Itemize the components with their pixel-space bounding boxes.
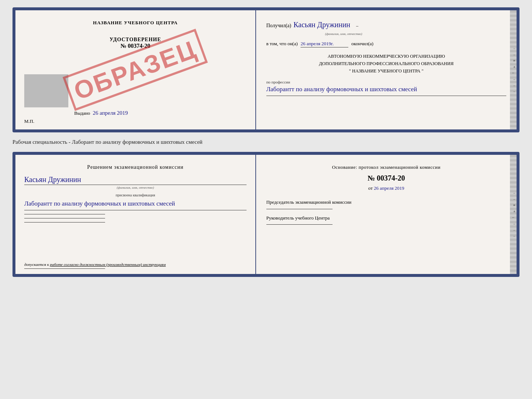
org-name-block: АВТОНОМНУЮ НЕКОММЕРЧЕСКУЮ ОРГАНИЗАЦИЮ ДО… [266, 53, 506, 75]
osnov-text: Основание: протокол экзаменационной коми… [266, 164, 506, 170]
bottom-name: Касьян Дружинин [24, 175, 81, 184]
chairman-label: Председатель экзаменационной комиссии [266, 199, 506, 206]
org-line3: " НАЗВАНИЕ УЧЕБНОГО ЦЕНТРА " [266, 67, 506, 75]
cert-label: УДОСТОВЕРЕНИЕ [24, 37, 247, 43]
issued-line: Выдано 26 апреля 2019 [74, 110, 128, 116]
side-marks-top: – – и а ← – – – [510, 10, 517, 129]
middle-specialty-label: Рабочая специальность - Лаборант по анал… [12, 139, 520, 145]
date-prefix: в том, что он(а) [266, 41, 298, 47]
profession-text: Лаборантт по анализу формовочных и шихто… [266, 84, 506, 96]
top-right-panel: Получил(а) Касьян Дружинин – (фамилия, и… [256, 10, 517, 129]
protocol-number: № 00374-20 [266, 174, 506, 182]
cert-number: № 00374-20 [24, 43, 247, 49]
top-certificate-card: НАЗВАНИЕ УЧЕБНОГО ЦЕНТРА УДОСТОВЕРЕНИЕ №… [12, 7, 520, 132]
protocol-date: от 26 апреля 2019 [266, 185, 506, 191]
recipient-name: Касьян Дружинин [294, 21, 351, 29]
fio-label-top: (фамилия, имя, отчество) [325, 32, 506, 36]
side-marks-bottom: – – и а ← – – – [510, 155, 517, 274]
allow-sign-line [24, 268, 105, 269]
director-sign-line [266, 224, 332, 225]
allow-block: допускается к работе согласно должностны… [24, 262, 242, 267]
sign-line-3 [24, 222, 105, 222]
cert-school-title: НАЗВАНИЕ УЧЕБНОГО ЦЕНТРА [24, 20, 247, 26]
sign-lines-block [24, 214, 247, 222]
issued-label: Выдано [74, 110, 90, 116]
protocol-date-val: 26 апреля 2019 [374, 185, 405, 191]
sign-line-2 [24, 218, 105, 218]
profession-label: по профессии [266, 80, 506, 84]
allow-prefix: допускается к [24, 262, 49, 267]
org-line1: АВТОНОМНУЮ НЕКОММЕРЧЕСКУЮ ОРГАНИЗАЦИЮ [266, 53, 506, 60]
date-from-prefix: от [368, 185, 373, 191]
cert-number-block: УДОСТОВЕРЕНИЕ № 00374-20 [24, 37, 247, 49]
issued-date: 26 апреля 2019 [93, 110, 128, 116]
bottom-right-panel: Основание: протокол экзаменационной коми… [256, 155, 517, 274]
qualif-label: присвоена квалификация [24, 193, 247, 197]
director-label: Руководитель учебного Центра [266, 214, 506, 222]
sign-line-1 [24, 214, 105, 214]
photo-placeholder [24, 74, 68, 107]
bottom-certificate-card: Решением экзаменационной комиссии Касьян… [12, 152, 520, 277]
bottom-fio-label: (фамилия, имя, отчество) [24, 186, 247, 189]
qualification-text: Лаборантт по анализу формовочных и шихто… [24, 199, 247, 210]
recipient-line: Получил(а) Касьян Дружинин – [266, 21, 506, 29]
completed-label: окончил(а) [351, 41, 373, 47]
bottom-left-panel: Решением экзаменационной комиссии Касьян… [15, 155, 256, 274]
profession-block: по профессии Лаборантт по анализу формов… [266, 80, 506, 96]
org-line2: ДОПОЛНИТЕЛЬНОГО ПРОФЕССИОНАЛЬНОГО ОБРАЗО… [266, 60, 506, 67]
top-left-panel: НАЗВАНИЕ УЧЕБНОГО ЦЕНТРА УДОСТОВЕРЕНИЕ №… [15, 10, 256, 129]
bottom-name-line: Касьян Дружинин [24, 175, 247, 185]
decision-text: Решением экзаменационной комиссии [24, 164, 247, 170]
mp-label: М.П. [24, 118, 34, 124]
completion-date: 26 апреля 2019г. [301, 41, 348, 47]
received-prefix: Получил(а) [266, 23, 291, 29]
chairman-sign-line [266, 209, 332, 209]
allow-text: работе согласно должностным (производств… [50, 262, 166, 267]
